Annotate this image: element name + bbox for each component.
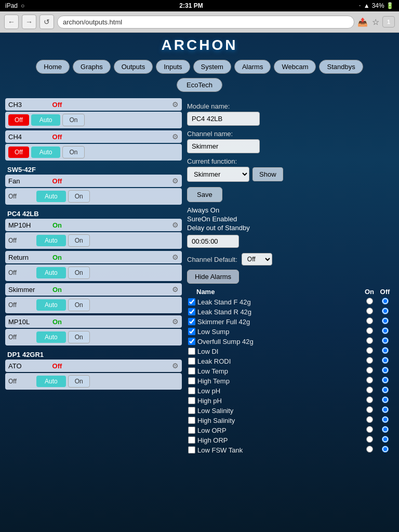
- share-icon[interactable]: 📤: [357, 17, 368, 27]
- nav-webcam[interactable]: Webcam: [274, 60, 316, 74]
- ch4-on-button[interactable]: On: [62, 146, 84, 158]
- alarm-high-ph-radio-on[interactable]: [366, 396, 373, 403]
- alarm-low-orp-radio-off[interactable]: [382, 426, 389, 433]
- alarm-low-salinity-radio-off[interactable]: [382, 406, 389, 413]
- ato-gear-icon[interactable]: ⚙: [172, 362, 179, 370]
- alarm-skimmer-full-radio-off[interactable]: [382, 317, 389, 324]
- alarm-low-di-radio-off[interactable]: [382, 347, 389, 354]
- alarm-high-orp-radio-on[interactable]: [366, 436, 373, 443]
- save-button[interactable]: Save: [187, 187, 222, 202]
- skimmer-gear-icon[interactable]: ⚙: [172, 285, 179, 294]
- alarm-low-sump-radio-on[interactable]: [366, 327, 373, 334]
- alarm-leak-stand-r-radio-on[interactable]: [366, 308, 373, 314]
- ato-auto-button[interactable]: Auto: [36, 376, 66, 387]
- ato-on-button[interactable]: On: [68, 375, 90, 388]
- alarm-leak-stand-r-checkbox[interactable]: [188, 308, 195, 315]
- alarm-low-orp-checkbox[interactable]: [188, 427, 195, 434]
- mp10h-on-button[interactable]: On: [68, 234, 90, 247]
- mp10l-on-button[interactable]: On: [68, 331, 90, 343]
- alarm-high-salinity-checkbox[interactable]: [188, 417, 195, 424]
- alarm-skimmer-full-checkbox[interactable]: [188, 318, 195, 325]
- alarm-leak-stand-r-radio-off[interactable]: [382, 308, 389, 314]
- nav-alarms[interactable]: Alarms: [234, 60, 271, 74]
- alarm-low-ph-radio-on[interactable]: [366, 387, 373, 393]
- channel-default-select[interactable]: Off On Auto: [242, 253, 272, 265]
- alarm-overfull-sump-checkbox[interactable]: [188, 338, 195, 345]
- ch4-off-button[interactable]: Off: [8, 147, 29, 158]
- alarm-high-orp-checkbox[interactable]: [188, 436, 195, 444]
- alarm-low-orp-radio-on[interactable]: [366, 426, 373, 433]
- alarm-overfull-sump-radio-on[interactable]: [366, 337, 373, 344]
- alarm-high-temp-radio-on[interactable]: [366, 377, 373, 383]
- alarm-leak-stand-f-radio-on[interactable]: [366, 298, 373, 304]
- return-on-button[interactable]: On: [68, 267, 90, 279]
- ch3-gear-icon[interactable]: ⚙: [172, 100, 179, 109]
- skimmer-on-button[interactable]: On: [68, 299, 90, 311]
- alarm-low-salinity-radio-on[interactable]: [366, 406, 373, 413]
- alarm-low-sump-radio-off[interactable]: [382, 327, 389, 334]
- fan-on-button[interactable]: On: [68, 190, 90, 203]
- skimmer-auto-button[interactable]: Auto: [36, 299, 66, 311]
- alarm-low-temp-radio-off[interactable]: [382, 367, 389, 374]
- nav-inputs[interactable]: Inputs: [156, 60, 190, 74]
- alarm-leak-rodi-radio-off[interactable]: [382, 357, 389, 364]
- nav-standbys[interactable]: Standbys: [319, 60, 363, 74]
- alarm-high-salinity-radio-on[interactable]: [366, 416, 373, 423]
- alarm-low-fsw-tank-radio-on[interactable]: [366, 446, 373, 453]
- forward-button[interactable]: →: [22, 15, 36, 29]
- fan-gear-icon[interactable]: ⚙: [172, 177, 179, 185]
- ch3-auto-button[interactable]: Auto: [31, 114, 61, 126]
- channel-name-input[interactable]: [187, 139, 260, 153]
- alarm-leak-rodi-radio-on[interactable]: [366, 357, 373, 364]
- alarm-high-salinity-radio-off[interactable]: [382, 416, 389, 423]
- mp10l-auto-button[interactable]: Auto: [36, 331, 66, 343]
- alarm-low-ph-checkbox[interactable]: [188, 387, 195, 394]
- alarm-low-sump-checkbox[interactable]: [188, 328, 195, 335]
- alarm-skimmer-full-radio-on[interactable]: [366, 317, 373, 324]
- ch3-on-button[interactable]: On: [62, 114, 84, 126]
- alarm-high-ph-checkbox[interactable]: [188, 397, 195, 404]
- alarm-overfull-sump-radio-off[interactable]: [382, 337, 389, 344]
- alarm-high-orp-radio-off[interactable]: [382, 436, 389, 443]
- reload-button[interactable]: ↺: [39, 15, 54, 29]
- ch3-off-button[interactable]: Off: [8, 114, 29, 126]
- nav-home[interactable]: Home: [36, 60, 70, 74]
- alarm-low-temp-radio-on[interactable]: [366, 367, 373, 374]
- nav-system[interactable]: System: [193, 60, 231, 74]
- alarm-low-di-radio-on[interactable]: [366, 347, 373, 354]
- browser-actions: 📤 ☆: [357, 17, 379, 27]
- ch4-gear-icon[interactable]: ⚙: [172, 132, 179, 141]
- bookmark-icon[interactable]: ☆: [372, 17, 379, 27]
- mp10h-gear-icon[interactable]: ⚙: [172, 221, 179, 229]
- mp10h-auto-button[interactable]: Auto: [36, 235, 66, 246]
- nav-graphs[interactable]: Graphs: [73, 60, 111, 74]
- alarm-leak-stand-f-radio-off[interactable]: [382, 298, 389, 304]
- url-bar[interactable]: archon/outputs.html: [57, 16, 354, 29]
- alarm-leak-rodi-checkbox[interactable]: [188, 357, 195, 365]
- alarm-leak-stand-f-checkbox[interactable]: [188, 298, 195, 305]
- alarm-low-fsw-tank-checkbox[interactable]: [188, 446, 195, 454]
- alarm-high-temp-radio-off[interactable]: [382, 377, 389, 383]
- current-fn-select[interactable]: Skimmer Return MP10 Fan ATO: [187, 167, 249, 182]
- hide-alarms-button[interactable]: Hide Alarms: [187, 270, 239, 284]
- alarm-low-fsw-tank-radio-off[interactable]: [382, 446, 389, 453]
- fan-auto-button[interactable]: Auto: [36, 191, 66, 202]
- return-gear-icon[interactable]: ⚙: [172, 253, 179, 261]
- alarm-low-salinity-checkbox[interactable]: [188, 407, 195, 414]
- nav-ecotech[interactable]: EcoTech: [177, 78, 222, 92]
- return-auto-button[interactable]: Auto: [36, 267, 66, 278]
- alarm-low-di-checkbox[interactable]: [188, 348, 195, 355]
- tab-counter[interactable]: 1: [382, 16, 395, 28]
- delay-input[interactable]: [187, 235, 239, 248]
- nav-outputs[interactable]: Outputs: [114, 60, 153, 74]
- show-button[interactable]: Show: [252, 167, 283, 181]
- ch4-auto-button[interactable]: Auto: [31, 147, 61, 158]
- back-button[interactable]: ←: [4, 15, 19, 29]
- alarm-low-temp-checkbox[interactable]: [188, 367, 195, 375]
- alarm-high-ph-radio-off[interactable]: [382, 396, 389, 403]
- alarm-low-ph-radio-off[interactable]: [382, 387, 389, 393]
- mp10l-gear-icon[interactable]: ⚙: [172, 317, 179, 326]
- alarm-high-salinity-name: High Salinity: [197, 417, 362, 424]
- module-name-input[interactable]: [187, 112, 260, 126]
- alarm-high-temp-checkbox[interactable]: [188, 377, 195, 384]
